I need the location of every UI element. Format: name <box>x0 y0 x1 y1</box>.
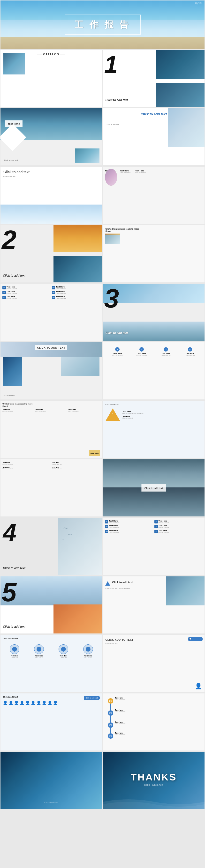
cs-text: Text Here Click to add text Click to add… <box>122 410 144 419</box>
fg-sub4: Click to add text <box>52 468 100 469</box>
hero-slide: 工 作 报 告 逻门图 <box>0 0 205 49</box>
tl-text3: Text Here <box>115 721 201 723</box>
person-1: 👤 <box>3 701 8 705</box>
sec2-img2 <box>54 256 102 282</box>
section3-number: 3 <box>104 285 119 312</box>
person-2: 👤 <box>8 701 13 705</box>
text-here-bg: TEXT HERE <box>0 108 102 165</box>
tld-dot1: 1% <box>108 698 113 704</box>
sg-item-6: 06 Text Here Click to add text <box>52 296 100 299</box>
ocean-wide-slide: Click to add text <box>0 752 102 809</box>
sec2-img1 <box>54 225 102 252</box>
photo-grid-slide: Text Here Click to add text Text Here Cl… <box>103 167 205 224</box>
cs-row: Text Here Click to add text <box>122 415 144 419</box>
sg2-item-2: 02 Text Here Click to add text <box>154 520 203 523</box>
sixgrid-content: 01 Text Here Click to add text 02 Text H… <box>2 286 100 299</box>
cs-content: ! Text Here Click to add text Click to a… <box>106 407 202 422</box>
click-big-left: Click to add text Click to add text <box>0 167 102 224</box>
cs-body: Click to add text Click to add text <box>122 413 144 415</box>
sec2-click: Click to add text <box>3 273 25 278</box>
tl-item-2: 2 Text Here Click to add text <box>137 347 147 356</box>
thanks-content: THANKS Blue Clearer <box>131 772 177 786</box>
people-figure: 👤 <box>195 683 202 689</box>
sg-text-2: Text Here Click to add text <box>56 286 66 289</box>
pg-row2: Text Here Click to add text Text Here Cl… <box>105 170 203 173</box>
tl-item-1: 1 Text Here Click to add text <box>112 347 123 356</box>
tl-numbers: 1 Text Here Click to add text 2 Text Her… <box>105 347 202 356</box>
u2-item-3: Text Here Click to add text <box>68 408 100 412</box>
change-slide: Click to add text ! Text Here Click to a… <box>103 401 205 458</box>
u2-sub3: Click to add text <box>68 410 100 412</box>
tld-item4: 3% <box>108 733 113 739</box>
section2-slide: 2 Click to add text <box>0 225 102 282</box>
car-img <box>168 108 205 147</box>
rocky-slide: Click to add text <box>103 459 205 517</box>
pg-label-row: Text Here Click to add text Text Here Cl… <box>105 170 203 173</box>
cs-triangle: ! <box>106 407 120 422</box>
th-body: Click to add text <box>4 157 18 162</box>
section3-slide: 3 Click to add text <box>103 284 205 341</box>
u2-extra: Text here <box>89 450 100 456</box>
hero-title: 工 作 报 告 <box>75 20 130 30</box>
sg-sub-5: Click to add text <box>6 298 17 299</box>
ow-label: Click to add text <box>44 802 58 804</box>
pg-sub2: Click to add text <box>120 172 130 173</box>
logo: 逻门图 <box>195 2 202 5</box>
cr-inner1 <box>12 647 17 652</box>
sg2-sub-4: Click to add text <box>158 527 169 528</box>
sg-item-3: 03 Text Here Click to add text <box>2 290 51 294</box>
unified2-slide: Unified fonts make reading more fluent. … <box>0 401 102 458</box>
cs-title3: Text Here <box>122 415 144 417</box>
cta-body: Click to add text <box>3 393 99 397</box>
rs-title-box: Click to add text <box>142 484 166 492</box>
triangle-text: ! <box>112 412 113 415</box>
cr-sub2: Click to add <box>34 657 44 658</box>
sg-sub-1: Click to add text <box>6 288 17 289</box>
rs-img <box>103 459 205 488</box>
sixgrid-slide: 01 Text Here Click to add text 02 Text H… <box>0 284 102 341</box>
cr-circle-3 <box>59 644 68 654</box>
u2-item-1: Text Here Click to add text <box>2 408 34 412</box>
sg-item-1: 01 Text Here Click to add text <box>2 286 51 289</box>
sixgrid2-slide: 01 Text Here Click to add text 02 Text H… <box>103 518 205 575</box>
sec5-img2 <box>54 604 102 633</box>
sg-text-1: Text Here Click to add text <box>6 286 17 289</box>
sec4-num: 4 <box>3 520 17 545</box>
u2-sub2: Click to add text <box>35 410 67 412</box>
sg-sub-3: Click to add text <box>6 293 17 294</box>
sg2-item-1: 01 Text Here Click to add text <box>105 520 153 523</box>
unified-slide: Unified fonts make reading more fluent. <box>103 225 205 282</box>
u2-sub1: Click to add text <box>2 410 34 412</box>
sg2-text-2: Text Here Click to add text <box>158 520 169 523</box>
tl-num-1: 1 <box>115 347 120 351</box>
tld-line <box>110 698 111 737</box>
sg2-text-5: Text Here Click to add text <box>109 529 119 533</box>
u2-title: Unified fonts make reading more fluent. <box>2 403 36 407</box>
text-here-label: TEXT HERE <box>5 120 23 127</box>
fg-item-2: Text Here Click to add text <box>52 461 100 465</box>
tld-label1: Text Here Click to add text <box>115 697 201 700</box>
sg-text-6: Text Here Click to add text <box>56 296 66 299</box>
catalog-content: CATALOG ▶ Click to add text ▶ Click to a… <box>3 53 99 70</box>
ow-text: Click to add text <box>44 800 58 804</box>
tl-num-2: 2 <box>139 347 144 351</box>
tl-item-4: 4 Text Here Click to add text <box>185 347 195 356</box>
fg-sub2: Click to add text <box>52 464 100 465</box>
text-here-slide: TEXT HERE Click to add text <box>0 108 102 165</box>
cs-header: Click to add text <box>106 403 202 405</box>
car-body: Click to add text <box>107 124 160 126</box>
person-8: 👤 <box>42 701 47 705</box>
tl-num-4: 4 <box>188 347 192 351</box>
person-4: 👤 <box>20 701 25 705</box>
pg-sub3: Click to add text <box>135 172 146 173</box>
catalog-image <box>3 53 25 74</box>
cr-header: Click to add text <box>3 637 100 640</box>
pg-img3 <box>105 169 117 186</box>
tld-label2: Text Here Click to add text <box>115 709 201 712</box>
triangle-shape <box>106 408 120 421</box>
section4-slide: 4 〜 〜 〜 Click to add text <box>0 518 102 575</box>
fg-sub1: Click to add text <box>2 464 51 465</box>
tl-body4: Click to add text <box>115 734 201 735</box>
sec3-click: Click to add text <box>106 331 128 335</box>
sg-text-3: Text Here Click to add text <box>6 290 17 294</box>
